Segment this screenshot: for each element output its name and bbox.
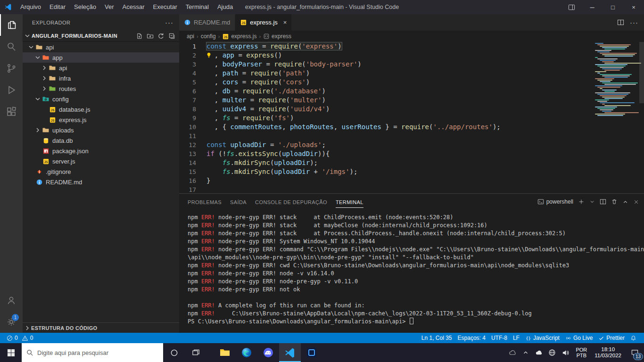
edge-icon[interactable] (236, 343, 257, 362)
menu-ver[interactable]: Ver (100, 0, 118, 14)
status-eol[interactable]: LF (510, 333, 522, 343)
network-icon[interactable] (545, 343, 559, 362)
tree-item-uploads[interactable]: uploads (23, 125, 179, 135)
breadcrumb-item-express.js[interactable]: JSexpress.js (222, 33, 256, 40)
settings-badge: 1 (12, 314, 19, 321)
chevron-right-icon (41, 74, 48, 82)
activity-account-icon[interactable] (0, 289, 23, 311)
status-encoding[interactable]: UTF-8 (488, 333, 510, 343)
line-number: 3 (179, 60, 204, 69)
sidebar-more-icon[interactable]: ··· (165, 18, 173, 26)
onedrive-cloud-icon[interactable] (506, 343, 519, 362)
breadcrumb-item-config[interactable]: config (201, 33, 216, 40)
close-panel-icon[interactable] (633, 199, 639, 205)
terminal-output[interactable]: npm ERR! node-pre-gyp ERR! stack at Chil… (179, 210, 644, 333)
panel-tab-console-de-depuração[interactable]: CONSOLE DE DEPURAÇÃO (255, 196, 327, 208)
status-prettier[interactable]: Prettier (595, 333, 627, 343)
tree-item-routes[interactable]: routes (23, 83, 179, 94)
activity-source-control-icon[interactable] (0, 58, 23, 79)
tree-item-package.json[interactable]: package.json (23, 146, 179, 156)
code-line-7: 7 , multer = require('multer') (179, 96, 644, 105)
maximize-button[interactable]: □ (603, 0, 623, 14)
panel-tab-saída[interactable]: SAÍDA (230, 196, 247, 208)
task-view-icon[interactable] (185, 343, 206, 362)
minimap[interactable] (595, 43, 638, 116)
activity-search-icon[interactable] (0, 36, 23, 58)
menu-editar[interactable]: Editar (45, 0, 70, 14)
tree-item-database.js[interactable]: JSdatabase.js (23, 104, 179, 115)
tray-chevron-up-icon[interactable] (519, 343, 532, 362)
maximize-panel-icon[interactable] (622, 199, 628, 205)
tree-item-README.md[interactable]: README.md (23, 177, 179, 187)
cortana-icon[interactable] (163, 343, 185, 362)
volume-icon[interactable] (559, 343, 572, 362)
discord-icon[interactable] (257, 343, 279, 362)
new-file-icon[interactable] (136, 33, 143, 40)
notifications-bell-icon[interactable] (627, 333, 639, 343)
problems-status[interactable]: 0 0 (4, 333, 36, 343)
tree-item-data.db[interactable]: data.db (23, 135, 179, 146)
outline-section-header[interactable]: ESTRUTURA DO CÓDIGO (23, 322, 179, 333)
taskbar-search-input[interactable]: Digite aqui para pesquisar (22, 343, 163, 362)
line-number: 15 (179, 167, 204, 176)
app-5-icon[interactable] (301, 343, 322, 362)
menu-arquivo[interactable]: Arquivo (16, 0, 45, 14)
tab-README.md[interactable]: README.md (179, 14, 235, 31)
breadcrumb-item-express[interactable]: express (263, 33, 291, 40)
activity-explorer-icon[interactable] (0, 14, 23, 36)
tree-item-express.js[interactable]: JSexpress.js (23, 115, 179, 125)
explorer-section-header[interactable]: ANGULAR_FORMULARIOS-MAIN (23, 31, 179, 41)
tree-item-infra[interactable]: infra (23, 73, 179, 83)
tree-item-api[interactable]: api (23, 63, 179, 73)
start-button[interactable] (0, 343, 22, 362)
status-language-mode[interactable]: {}JavaScript (522, 333, 562, 343)
menu-terminal[interactable]: Terminal (182, 0, 213, 14)
menu-ajuda[interactable]: Ajuda (213, 0, 237, 14)
terminal-dropdown-icon[interactable] (589, 199, 595, 205)
status-go-live[interactable]: Go Live (562, 333, 595, 343)
status-indentation[interactable]: Espaços: 4 (455, 333, 488, 343)
status-label: JavaScript (533, 335, 560, 341)
breadcrumb-item-api[interactable]: api (187, 33, 194, 40)
menu-acessar[interactable]: Acessar (118, 0, 149, 14)
language-indicator[interactable]: POR PTB (572, 347, 591, 358)
tree-item-app[interactable]: app (23, 52, 179, 63)
tree-item-.gitignore[interactable]: .gitignore (23, 166, 179, 177)
file-explorer-icon[interactable] (214, 343, 236, 362)
kill-terminal-icon[interactable] (611, 198, 618, 205)
close-button[interactable]: × (623, 0, 644, 14)
activity-extensions-icon[interactable] (0, 101, 23, 123)
status-cursor-position[interactable]: Ln 1, Col 35 (419, 333, 455, 343)
code-line-15: 15 fs.mkdirSync(uploadDir + '/imgs'); (179, 167, 644, 176)
layout-toggle-icon[interactable] (561, 0, 582, 14)
action-center-icon[interactable]: 13 (625, 343, 644, 362)
tree-item-config[interactable]: config (23, 94, 179, 104)
more-actions-icon[interactable]: ··· (630, 18, 638, 26)
tab-express.js[interactable]: JSexpress.js× (235, 14, 292, 31)
panel-tab-terminal[interactable]: TERMINAL (336, 196, 363, 208)
taskbar-clock[interactable]: 18:10 11/03/2022 (591, 346, 625, 359)
split-editor-icon[interactable] (617, 19, 624, 26)
vscode-icon[interactable] (279, 343, 301, 362)
code-editor[interactable]: 1const express = require('express')2 , a… (179, 42, 644, 193)
panel-tab-problemas[interactable]: PROBLEMAS (188, 196, 222, 208)
menu-seleção[interactable]: Seleção (70, 0, 100, 14)
tree-item-api[interactable]: api (23, 42, 179, 52)
new-terminal-icon[interactable] (578, 198, 585, 205)
refresh-explorer-icon[interactable] (157, 33, 165, 40)
terminal-line: npm ERR! node-pre-gyp ERR! command "C:\\… (188, 246, 644, 254)
editor-scrollbar[interactable] (639, 42, 644, 103)
explorer-tree: apiappapiinfraroutesconfigJSdatabase.jsJ… (23, 41, 179, 322)
menu-executar[interactable]: Executar (149, 0, 182, 14)
activity-run-debug-icon[interactable] (0, 79, 23, 101)
cloud-icon[interactable] (532, 343, 545, 362)
new-folder-icon[interactable] (147, 33, 154, 40)
activity-settings-icon[interactable]: 1 (0, 311, 23, 333)
shell-picker[interactable]: powershell (537, 198, 573, 205)
tree-item-server.js[interactable]: JSserver.js (23, 156, 179, 166)
close-tab-icon[interactable]: × (283, 19, 287, 26)
collapse-folders-icon[interactable] (168, 33, 175, 40)
minimize-button[interactable]: ─ (582, 0, 603, 14)
lightbulb-icon[interactable] (206, 52, 212, 58)
split-terminal-icon[interactable] (600, 198, 606, 205)
